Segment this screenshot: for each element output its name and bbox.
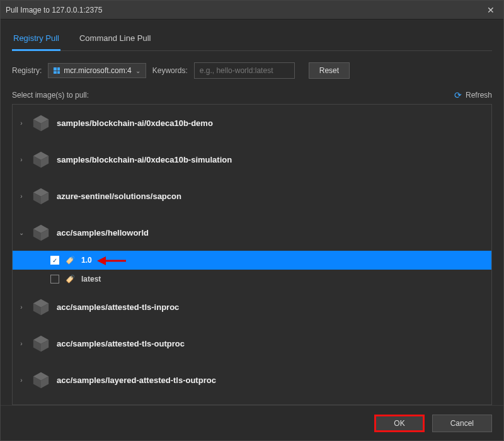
cube-icon [32,223,50,242]
chevron-right-icon[interactable]: › [18,156,25,163]
tabs: Registry Pull Command Line Pull [12,27,492,51]
image-name: samples/blockchain-ai/0xdeca10b-demo [57,118,213,128]
cube-icon [32,297,50,316]
arrow-annotation [94,253,127,272]
image-row[interactable]: ›azure-sentinel/solutions/sapcon [13,178,491,214]
select-label: Select image(s) to pull: [12,91,89,100]
chevron-right-icon[interactable]: › [18,377,25,384]
ok-button[interactable]: OK [374,415,424,432]
registry-label: Registry: [12,66,42,75]
close-icon[interactable]: ✕ [483,5,498,15]
tag-checkbox[interactable] [50,275,59,284]
tag-name: 1.0 [81,256,92,265]
image-list[interactable]: ›samples/blockchain-ai/0xdeca10b-demo›sa… [13,105,491,404]
dialog-footer: OK Cancel [1,405,503,440]
cancel-button[interactable]: Cancel [432,415,492,432]
chevron-right-icon[interactable]: › [18,340,25,347]
keywords-input[interactable] [194,62,295,79]
chevron-right-icon[interactable]: › [18,193,25,200]
cube-icon [32,334,50,353]
microsoft-icon [54,67,60,74]
refresh-icon: ⟳ [454,90,462,100]
refresh-button[interactable]: ⟳ Refresh [454,90,492,100]
image-name: azure-sentinel/solutions/sapcon [57,192,181,201]
tab-command-line-pull[interactable]: Command Line Pull [78,27,152,50]
keywords-label: Keywords: [152,66,188,75]
chevron-down-icon[interactable]: ⌄ [18,229,25,236]
registry-dropdown[interactable]: mcr.microsoft.com:4 ⌄ [48,63,146,78]
reset-button[interactable]: Reset [309,62,350,79]
image-row[interactable]: ›acc/samples/attested-tls-outproc [13,325,491,362]
chevron-right-icon[interactable]: › [18,120,25,127]
titlebar: Pull Image to 127.0.0.1:2375 ✕ [1,1,503,20]
image-list-container: ›samples/blockchain-ai/0xdeca10b-demo›sa… [12,104,492,405]
image-name: acc/samples/attested-tls-outproc [57,339,185,348]
image-name: acc/samples/layered-attested-tls-outproc [57,375,216,385]
tag-icon: 🏷️ [66,275,75,284]
chevron-down-icon: ⌄ [135,67,140,74]
image-row[interactable]: ›samples/blockchain-ai/0xdeca10b-simulat… [13,141,491,178]
image-row[interactable]: ›samples/blockchain-ai/0xdeca10b-demo [13,105,491,141]
filter-bar: Registry: mcr.microsoft.com:4 ⌄ Keywords… [12,62,492,79]
image-name: acc/samples/attested-tls-inproc [57,302,179,312]
dialog-content: Registry Pull Command Line Pull Registry… [1,20,503,405]
window-title: Pull Image to 127.0.0.1:2375 [6,6,483,14]
list-header: Select image(s) to pull: ⟳ Refresh [12,90,492,100]
chevron-right-icon[interactable]: › [18,304,25,311]
image-name: samples/blockchain-ai/0xdeca10b-simulati… [57,155,232,164]
dialog-window: Pull Image to 127.0.0.1:2375 ✕ Registry … [0,0,504,441]
image-row[interactable]: ›acc/samples/layered-attested-tls-outpro… [13,362,491,398]
registry-value: mcr.microsoft.com:4 [64,66,131,75]
tag-checkbox[interactable]: ✓ [50,256,59,265]
cube-icon [32,113,50,132]
cube-icon [32,150,50,169]
cube-icon [32,186,50,205]
tag-name: latest [81,275,101,284]
image-row[interactable]: ›acc/samples/attested-tls-inproc [13,289,491,325]
image-name: acc/samples/helloworld [57,228,149,238]
refresh-label: Refresh [466,91,492,100]
tag-icon: 🏷️ [66,256,75,265]
image-row[interactable]: ⌄acc/samples/helloworld [13,214,491,251]
cube-icon [32,370,50,389]
svg-marker-12 [97,256,106,265]
tag-row[interactable]: 🏷️latest [13,270,491,289]
tag-row[interactable]: ✓🏷️1.0 [13,251,491,270]
tab-registry-pull[interactable]: Registry Pull [12,27,60,51]
